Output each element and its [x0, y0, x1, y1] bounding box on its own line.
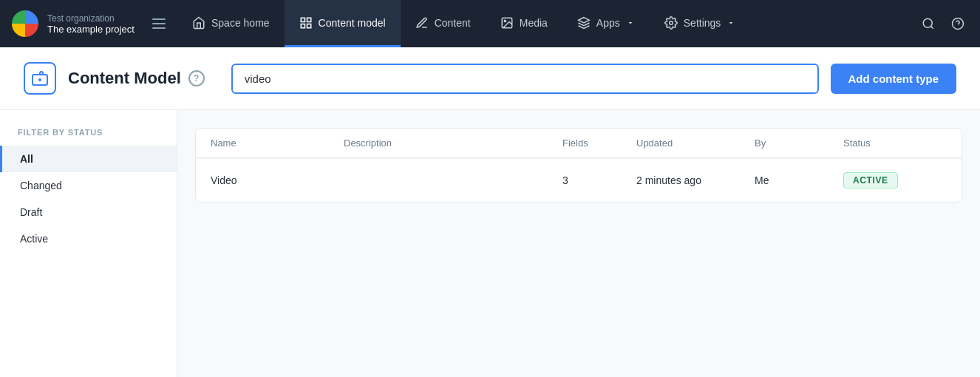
nav-item-space-home[interactable]: Space home — [177, 0, 285, 47]
svg-point-6 — [670, 21, 673, 24]
body-layout: Filter by status All Changed Draft Activ… — [0, 110, 980, 377]
help-icon-btn[interactable] — [945, 10, 971, 37]
row-by: Me — [755, 174, 843, 186]
content-area: Name Description Fields Updated By Statu… — [177, 110, 980, 377]
col-name: Name — [211, 137, 344, 149]
nav-right-actions — [906, 10, 980, 37]
nav-space-home-label: Space home — [211, 17, 270, 29]
nav-item-content-model[interactable]: Content model — [285, 0, 401, 47]
top-nav: Test organization The example project Sp… — [0, 0, 980, 47]
search-box — [231, 64, 819, 94]
table-header: Name Description Fields Updated By Statu… — [196, 129, 962, 158]
brand-area: Test organization The example project — [0, 10, 177, 37]
row-updated: 2 minutes ago — [636, 174, 755, 186]
nav-item-apps[interactable]: Apps — [562, 0, 650, 47]
content-type-table: Name Description Fields Updated By Statu… — [195, 128, 962, 203]
svg-point-7 — [923, 18, 932, 27]
row-fields: 3 — [562, 174, 636, 186]
row-status: ACTIVE — [843, 172, 947, 188]
sidebar-item-draft[interactable]: Draft — [0, 199, 177, 225]
svg-rect-3 — [307, 24, 310, 27]
col-status: Status — [843, 137, 947, 149]
brand-text: Test organization The example project — [47, 13, 135, 35]
row-name: Video — [211, 174, 344, 186]
svg-rect-0 — [301, 18, 304, 21]
main-wrapper: Content Model ? Add content type Filter … — [0, 47, 980, 377]
svg-rect-1 — [307, 18, 310, 21]
nav-content-model-label: Content model — [319, 17, 386, 29]
page-help-icon[interactable]: ? — [188, 70, 205, 86]
hamburger-icon[interactable] — [152, 18, 166, 29]
nav-settings-label: Settings — [684, 17, 721, 29]
page-title: Content Model — [68, 69, 181, 88]
add-content-type-button[interactable]: Add content type — [831, 64, 957, 94]
svg-point-5 — [504, 20, 506, 21]
content-model-icon — [24, 62, 56, 95]
status-badge: ACTIVE — [843, 172, 898, 188]
svg-line-8 — [930, 26, 933, 28]
sidebar-section-label: Filter by status — [0, 128, 177, 146]
col-by: By — [755, 137, 843, 149]
nav-apps-label: Apps — [596, 17, 620, 29]
search-icon-btn[interactable] — [915, 10, 942, 37]
nav-item-settings[interactable]: Settings — [650, 0, 751, 47]
col-description: Description — [344, 137, 562, 149]
search-input[interactable] — [231, 64, 819, 94]
table-row[interactable]: Video 3 2 minutes ago Me ACTIVE — [196, 158, 962, 202]
col-fields: Fields — [562, 137, 636, 149]
nav-content-label: Content — [435, 17, 471, 29]
nav-item-media[interactable]: Media — [486, 0, 562, 47]
col-updated: Updated — [636, 137, 755, 149]
sidebar-item-changed[interactable]: Changed — [0, 172, 177, 199]
page-header: Content Model ? Add content type — [0, 47, 980, 110]
sidebar-item-all[interactable]: All — [0, 146, 177, 172]
nav-item-content[interactable]: Content — [401, 0, 486, 47]
project-name: The example project — [47, 24, 135, 35]
brand-logo[interactable] — [12, 10, 38, 37]
sidebar-item-active[interactable]: Active — [0, 225, 177, 252]
svg-rect-2 — [301, 24, 304, 27]
nav-items: Space home Content model Content Media A… — [177, 0, 906, 47]
nav-media-label: Media — [520, 17, 548, 29]
page-title-wrap: Content Model ? — [68, 69, 205, 88]
sidebar: Filter by status All Changed Draft Activ… — [0, 110, 177, 377]
org-name: Test organization — [47, 13, 135, 24]
